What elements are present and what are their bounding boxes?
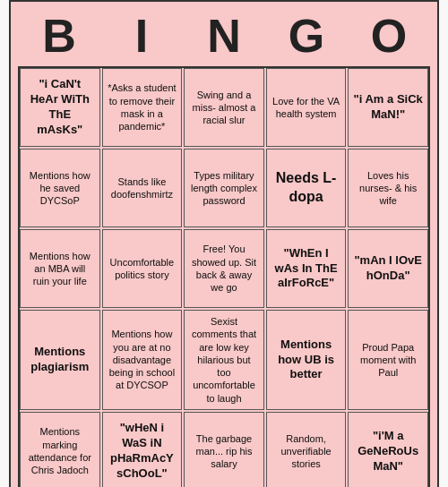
bingo-cell-20: Mentions marking attendance for Chris Ja… <box>20 412 100 487</box>
bingo-cell-11: Uncomfortable politics story <box>102 229 183 308</box>
bingo-cell-2: Swing and a miss- almost a racial slur <box>184 68 264 147</box>
bingo-cell-0: "i CaN't HeAr WiTh ThE mAsKs" <box>20 68 100 147</box>
bingo-cell-4: "i Am a SiCk MaN!" <box>348 68 428 147</box>
bingo-cell-17: Sexist comments that are low key hilario… <box>184 310 264 410</box>
bingo-cell-16: Mentions how you are at no disadvantage … <box>102 310 183 410</box>
bingo-cell-1: *Asks a student to remove their mask in … <box>102 68 183 147</box>
bingo-cell-22: The garbage man... rip his salary <box>184 412 264 487</box>
bingo-cell-6: Stands like doofenshmirtz <box>102 149 183 227</box>
bingo-letter-O: O <box>349 9 428 63</box>
bingo-cell-18: Mentions how UB is better <box>266 310 347 410</box>
bingo-letter-G: G <box>267 9 346 63</box>
bingo-cell-3: Love for the VA health system <box>266 68 347 147</box>
bingo-letter-B: B <box>20 9 99 63</box>
bingo-cell-10: Mentions how an MBA will ruin your life <box>20 229 100 308</box>
bingo-cell-23: Random, unverifiable stories <box>266 412 347 487</box>
bingo-cell-21: "wHeN i WaS iN pHaRmAcY sChOoL" <box>102 412 183 487</box>
bingo-cell-15: Mentions plagiarism <box>20 310 100 410</box>
bingo-letter-N: N <box>185 9 263 63</box>
bingo-title: BINGO <box>18 9 430 63</box>
bingo-cell-9: Loves his nurses- & his wife <box>348 149 428 227</box>
bingo-cell-19: Proud Papa moment with Paul <box>348 310 428 410</box>
bingo-letter-I: I <box>102 9 181 63</box>
bingo-cell-24: "i'M a GeNeRoUs MaN" <box>348 412 428 487</box>
bingo-cell-5: Mentions how he saved DYCSoP <box>20 149 100 227</box>
bingo-cell-14: "mAn I lOvE hOnDa" <box>348 229 428 308</box>
bingo-grid: "i CaN't HeAr WiTh ThE mAsKs"*Asks a stu… <box>18 66 430 487</box>
bingo-cell-13: "WhEn I wAs In ThE aIrFoRcE" <box>266 229 347 308</box>
bingo-cell-8: Needs L-dopa <box>266 149 347 227</box>
bingo-card: BINGO "i CaN't HeAr WiTh ThE mAsKs"*Asks… <box>9 0 439 487</box>
bingo-cell-7: Types military length complex password <box>184 149 264 227</box>
bingo-cell-12: Free! You showed up. Sit back & away we … <box>184 229 264 308</box>
